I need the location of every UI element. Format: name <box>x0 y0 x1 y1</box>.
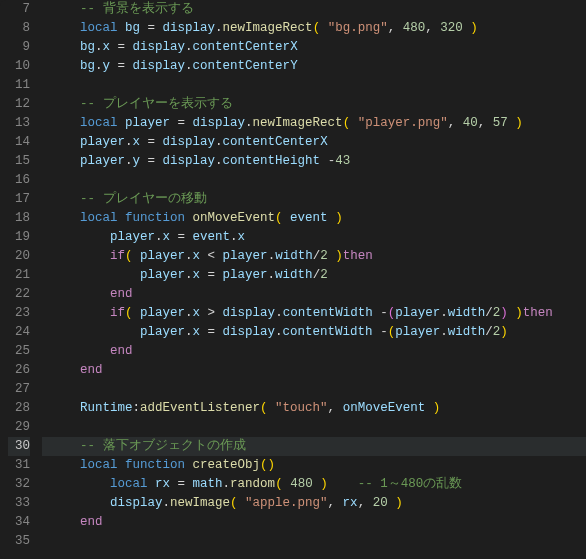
code-editor[interactable]: 7891011121314151617181920212223242526272… <box>0 0 586 559</box>
code-line[interactable]: player.x = display.contentCenterX <box>42 133 586 152</box>
code-line[interactable]: Runtime:addEventListener( "touch", onMov… <box>42 399 586 418</box>
code-line[interactable] <box>42 418 586 437</box>
code-line[interactable]: local function createObj() <box>42 456 586 475</box>
line-number: 24 <box>8 323 30 342</box>
line-number: 15 <box>8 152 30 171</box>
code-line[interactable]: -- プレイヤーの移動 <box>42 190 586 209</box>
code-line[interactable] <box>42 380 586 399</box>
code-line[interactable] <box>42 532 586 551</box>
code-line[interactable]: player.y = display.contentHeight -43 <box>42 152 586 171</box>
line-number: 32 <box>8 475 30 494</box>
code-line[interactable]: local player = display.newImageRect( "pl… <box>42 114 586 133</box>
line-number: 21 <box>8 266 30 285</box>
line-number: 7 <box>8 0 30 19</box>
code-line[interactable]: -- プレイヤーを表示する <box>42 95 586 114</box>
code-line[interactable] <box>42 76 586 95</box>
code-line[interactable]: end <box>42 285 586 304</box>
line-number: 16 <box>8 171 30 190</box>
line-number: 12 <box>8 95 30 114</box>
code-line[interactable]: bg.y = display.contentCenterY <box>42 57 586 76</box>
line-number: 35 <box>8 532 30 551</box>
line-number: 26 <box>8 361 30 380</box>
line-number: 25 <box>8 342 30 361</box>
line-number: 10 <box>8 57 30 76</box>
code-line[interactable]: player.x = display.contentWidth -(player… <box>42 323 586 342</box>
line-number: 27 <box>8 380 30 399</box>
code-line[interactable]: end <box>42 513 586 532</box>
line-number-gutter: 7891011121314151617181920212223242526272… <box>0 0 42 559</box>
line-number: 30 <box>8 437 30 456</box>
line-number: 13 <box>8 114 30 133</box>
code-line[interactable]: local bg = display.newImageRect( "bg.png… <box>42 19 586 38</box>
line-number: 9 <box>8 38 30 57</box>
code-line[interactable]: player.x = event.x <box>42 228 586 247</box>
line-number: 34 <box>8 513 30 532</box>
code-line[interactable]: player.x = player.width/2 <box>42 266 586 285</box>
code-line[interactable]: -- 落下オブジェクトの作成 <box>42 437 586 456</box>
line-number: 17 <box>8 190 30 209</box>
code-line[interactable]: end <box>42 342 586 361</box>
code-line[interactable]: -- 背景を表示する <box>42 0 586 19</box>
line-number: 23 <box>8 304 30 323</box>
code-line[interactable]: local function onMoveEvent( event ) <box>42 209 586 228</box>
code-line[interactable]: if( player.x < player.width/2 )then <box>42 247 586 266</box>
line-number: 28 <box>8 399 30 418</box>
code-line[interactable]: bg.x = display.contentCenterX <box>42 38 586 57</box>
line-number: 19 <box>8 228 30 247</box>
code-line[interactable]: display.newImage( "apple.png", rx, 20 ) <box>42 494 586 513</box>
line-number: 14 <box>8 133 30 152</box>
code-area[interactable]: -- 背景を表示する local bg = display.newImageRe… <box>42 0 586 559</box>
line-number: 31 <box>8 456 30 475</box>
line-number: 8 <box>8 19 30 38</box>
code-line[interactable]: local rx = math.random( 480 ) -- 1～480の乱… <box>42 475 586 494</box>
line-number: 29 <box>8 418 30 437</box>
code-line[interactable]: if( player.x > display.contentWidth -(pl… <box>42 304 586 323</box>
line-number: 20 <box>8 247 30 266</box>
line-number: 18 <box>8 209 30 228</box>
code-line[interactable] <box>42 171 586 190</box>
line-number: 33 <box>8 494 30 513</box>
code-line[interactable]: end <box>42 361 586 380</box>
line-number: 22 <box>8 285 30 304</box>
line-number: 11 <box>8 76 30 95</box>
